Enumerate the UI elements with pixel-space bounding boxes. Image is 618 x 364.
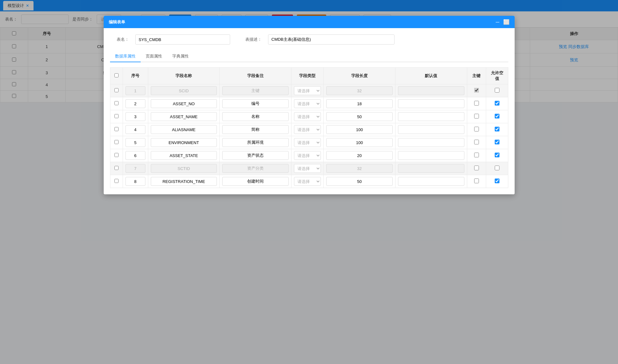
modal-table-name-input[interactable] bbox=[135, 34, 230, 45]
inner-field-length-input[interactable] bbox=[326, 86, 393, 95]
inner-table: 序号 字段名称 字段备注 字段类型 字段长度 默认值 主键 允许空值 bbox=[110, 67, 508, 102]
modal-header-actions: ─ ⬜ bbox=[496, 19, 509, 25]
inner-header-checkbox bbox=[110, 68, 123, 84]
primary-checkbox[interactable] bbox=[474, 101, 479, 102]
inner-row-checkbox-cell bbox=[110, 97, 123, 103]
tab-db-attr[interactable]: 数据库属性 bbox=[110, 51, 141, 62]
inner-row-field-name bbox=[148, 84, 220, 97]
inner-table-row: 请选择 bbox=[110, 84, 508, 97]
nullable-checkbox[interactable] bbox=[495, 88, 499, 93]
inner-row-primary bbox=[467, 84, 486, 97]
inner-row-nullable bbox=[486, 97, 508, 103]
inner-seq-input[interactable] bbox=[125, 86, 145, 95]
inner-row-field-length bbox=[324, 97, 395, 103]
inner-header-field-length: 字段长度 bbox=[324, 68, 395, 84]
modal-desc-label: 表描述： bbox=[236, 37, 262, 42]
inner-row-nullable bbox=[486, 84, 508, 97]
modal-maximize-button[interactable]: ⬜ bbox=[503, 19, 510, 25]
inner-row-field-type: 请选择 bbox=[291, 97, 323, 103]
modal-body: 表名： 表描述： 数据库属性 页面属性 字典属性 序号 字段名称 字段备注 字段… bbox=[104, 28, 515, 102]
primary-checkbox[interactable] bbox=[474, 88, 479, 93]
inner-seq-input[interactable] bbox=[125, 99, 145, 102]
nullable-checkbox[interactable] bbox=[495, 101, 499, 102]
tab-page-attr[interactable]: 页面属性 bbox=[141, 51, 167, 62]
modal-title: 编辑表单 bbox=[109, 19, 125, 25]
inner-row-default-val bbox=[395, 97, 467, 103]
inner-row-seq bbox=[123, 97, 148, 103]
inner-row-field-length bbox=[324, 84, 395, 97]
inner-field-name-input[interactable] bbox=[151, 99, 217, 102]
edit-form-modal: 编辑表单 ─ ⬜ 表名： 表描述： 数据库属性 页面属性 字典属性 序号 字段 bbox=[104, 16, 515, 102]
inner-row-default-val bbox=[395, 84, 467, 97]
inner-row-seq bbox=[123, 84, 148, 97]
inner-field-type-select[interactable]: 请选择 bbox=[294, 86, 321, 95]
inner-default-val-input[interactable] bbox=[398, 86, 464, 95]
modal-form-row: 表名： 表描述： bbox=[110, 34, 508, 45]
inner-row-checkbox[interactable] bbox=[114, 101, 119, 102]
inner-header-nullable: 允许空值 bbox=[486, 68, 508, 84]
inner-field-comment-input[interactable] bbox=[222, 99, 289, 102]
inner-row-field-name bbox=[148, 97, 220, 103]
inner-header-field-type: 字段类型 bbox=[291, 68, 323, 84]
inner-row-field-comment bbox=[220, 84, 291, 97]
inner-header-field-comment: 字段备注 bbox=[220, 68, 291, 84]
modal-minimize-button[interactable]: ─ bbox=[496, 19, 499, 25]
inner-row-field-type: 请选择 bbox=[291, 84, 323, 97]
inner-row-checkbox-cell bbox=[110, 84, 123, 97]
inner-default-val-input[interactable] bbox=[398, 99, 464, 102]
inner-row-checkbox[interactable] bbox=[114, 88, 119, 92]
inner-table-row: 请选择 bbox=[110, 97, 508, 103]
inner-header-default-val: 默认值 bbox=[395, 68, 467, 84]
inner-select-all[interactable] bbox=[114, 73, 119, 77]
modal-header: 编辑表单 ─ ⬜ bbox=[104, 16, 515, 28]
inner-header-seq: 序号 bbox=[123, 68, 148, 84]
inner-field-type-select[interactable]: 请选择 bbox=[294, 99, 321, 102]
modal-tabs: 数据库属性 页面属性 字典属性 bbox=[110, 51, 508, 62]
inner-row-field-comment bbox=[220, 97, 291, 103]
inner-row-primary bbox=[467, 97, 486, 103]
tab-dict-attr[interactable]: 字典属性 bbox=[167, 51, 194, 62]
inner-header-primary: 主键 bbox=[467, 68, 486, 84]
inner-field-name-input[interactable] bbox=[151, 86, 217, 95]
modal-table-name-label: 表名： bbox=[110, 37, 129, 42]
modal-desc-input[interactable] bbox=[268, 34, 395, 45]
inner-field-length-input[interactable] bbox=[326, 99, 393, 102]
inner-header-field-name: 字段名称 bbox=[148, 68, 220, 84]
inner-field-comment-input[interactable] bbox=[222, 86, 289, 95]
